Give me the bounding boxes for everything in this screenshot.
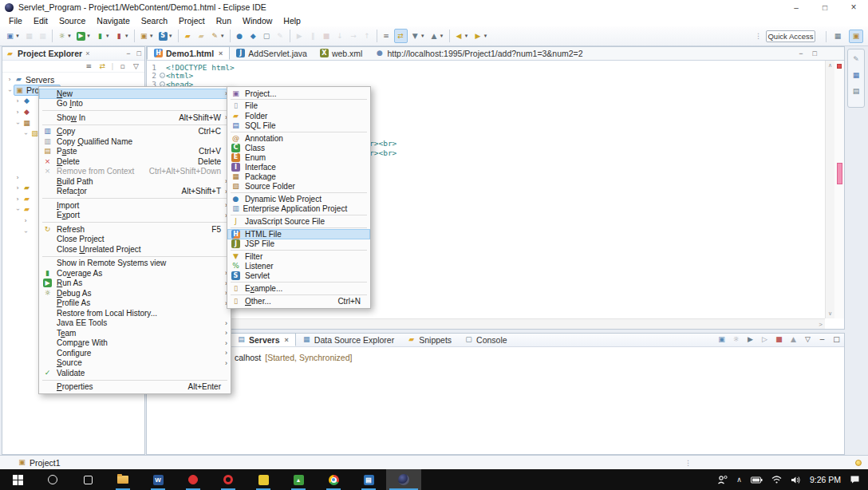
expanded-arrow-icon[interactable]: ›: [6, 86, 14, 94]
pexp-tool-link-with-editor[interactable]: ⇄: [98, 62, 107, 71]
collapsed-arrow-icon[interactable]: ›: [14, 109, 22, 116]
context-menu-item-java-ee-tools[interactable]: Java EE Tools›: [39, 318, 231, 329]
context-menu-item-export[interactable]: Export›: [39, 211, 231, 221]
toolbar-button-back[interactable]: ◀▼: [453, 29, 471, 43]
context-menu-item-configure[interactable]: Configure›: [39, 348, 231, 358]
context-menu-item-import[interactable]: Import›: [39, 200, 231, 211]
quick-access-box[interactable]: Quick Access: [766, 30, 815, 42]
new-submenu-item-html-file[interactable]: HHTML File: [227, 229, 370, 239]
toolbar-button-new-wizard[interactable]: ▣▼: [4, 29, 22, 43]
new-submenu-item-folder[interactable]: ▰Folder: [227, 111, 370, 121]
toolbar-button-link-editor[interactable]: ⇄: [394, 29, 408, 43]
context-menu-item-team[interactable]: Team›: [39, 328, 231, 338]
collapsed-arrow-icon[interactable]: ›: [22, 217, 30, 224]
taskbar-blue-app-icon[interactable]: ▤: [351, 469, 386, 490]
context-menu-item-compare-with[interactable]: Compare With›: [39, 338, 231, 349]
context-menu-item-build-path[interactable]: Build Path›: [39, 176, 231, 187]
new-submenu-item-enum[interactable]: EEnum: [227, 152, 370, 162]
editor-tab-web-xml[interactable]: Xweb.xml: [314, 46, 369, 60]
taskbar-chrome-icon[interactable]: [316, 469, 351, 490]
volume-icon[interactable]: [791, 476, 801, 484]
new-submenu-item-class[interactable]: CClass: [227, 143, 370, 152]
taskbar-red-app-icon[interactable]: [176, 469, 211, 490]
toolbar-button-run[interactable]: ▶▼: [75, 29, 93, 43]
new-submenu-item-listener[interactable]: %Listener: [227, 262, 370, 271]
menubar-item-window[interactable]: Window: [237, 15, 278, 26]
toolbar-button-new-web-project[interactable]: ▣▼: [138, 29, 156, 43]
bottom-tab-servers[interactable]: ▤Servers×: [230, 333, 296, 346]
toolbar-button-debug[interactable]: ☼▼: [56, 29, 73, 43]
pexp-tool-view-menu[interactable]: ▽: [132, 62, 140, 71]
context-menu-item-new[interactable]: New›: [39, 89, 231, 99]
toolbar-button-coverage[interactable]: ▮▼: [94, 29, 112, 43]
new-submenu-item-annotation[interactable]: @Annotation: [227, 133, 370, 143]
new-submenu-item-interface[interactable]: IInterface: [227, 163, 370, 172]
bottom-tool-stop-server[interactable]: ■: [775, 335, 783, 344]
menubar-item-edit[interactable]: Edit: [28, 15, 53, 26]
context-menu-item-coverage-as[interactable]: ▮Coverage As›: [39, 268, 231, 279]
wifi-icon[interactable]: [771, 476, 782, 484]
project-explorer-title[interactable]: Project Explorer: [18, 49, 82, 58]
scroll-right-icon[interactable]: >: [819, 321, 823, 328]
taskbar-opera-icon[interactable]: [211, 469, 246, 490]
error-marker[interactable]: [837, 64, 842, 69]
editor-tab-http-localhost-1995-project1-add-num1-3-num2-2[interactable]: ●http://localhost:1995/Project1/add?num1…: [369, 46, 589, 60]
battery-icon[interactable]: [751, 476, 763, 484]
close-tab-icon[interactable]: ×: [219, 49, 223, 57]
bottom-tab-data-source-explorer[interactable]: ▦Data Source Explorer: [296, 333, 400, 346]
clock[interactable]: 9:26 PM: [810, 475, 841, 484]
scroll-up-icon[interactable]: ∧: [828, 62, 832, 69]
strip-palette-stack[interactable]: ▤: [852, 85, 861, 96]
taskbar-start-icon[interactable]: [0, 469, 35, 490]
toolbar-button-annotations[interactable]: ▼▼: [409, 29, 427, 43]
minimize-view-icon[interactable]: −: [126, 49, 130, 57]
context-menu-item-paste[interactable]: ▤PasteCtrl+V: [39, 147, 231, 157]
perspective-button-open-perspective[interactable]: ▦: [831, 30, 845, 43]
bottom-tab-snippets[interactable]: ▰Snippets: [400, 333, 458, 346]
toolbar-button-open-folder[interactable]: ▰: [182, 29, 194, 43]
context-menu-item-run-as[interactable]: ▶Run As›: [39, 279, 231, 289]
editor-minimize-icon[interactable]: −: [799, 49, 803, 57]
new-submenu-item-package[interactable]: ▦Package: [227, 172, 370, 182]
tree-item-servers[interactable]: ›▰Servers: [2, 74, 144, 85]
toolbar-button-forward[interactable]: ▶▼: [471, 29, 489, 43]
toolbar-button-magic-pencil[interactable]: ✎▼: [209, 29, 227, 43]
expanded-arrow-icon[interactable]: ›: [14, 206, 22, 214]
context-menu-item-validate[interactable]: ✓Validate: [39, 368, 231, 378]
new-submenu-item-source-folder[interactable]: ▧Source Folder: [227, 182, 370, 192]
context-menu-item-delete[interactable]: ×DeleteDelete: [39, 156, 231, 167]
bottom-tool-debug-server[interactable]: ☼: [732, 335, 740, 344]
taskbar-notes-app-icon[interactable]: [246, 469, 281, 490]
context-menu-item-source[interactable]: Source›: [39, 358, 231, 369]
menubar-item-project[interactable]: Project: [173, 15, 211, 26]
bottom-tool-maximize-view[interactable]: □: [832, 335, 841, 344]
context-menu-item-refactor[interactable]: RefactorAlt+Shift+T›: [39, 187, 231, 197]
context-menu-item-copy-qualified-name[interactable]: ▥Copy Qualified Name: [39, 136, 231, 147]
strip-palette-outline[interactable]: ▦: [852, 69, 861, 80]
new-submenu-item-sql-file[interactable]: ▤SQL File: [227, 121, 370, 130]
bottom-tool-profile-server[interactable]: ▷: [760, 335, 769, 344]
hidden-icons-chevron-icon[interactable]: ∧: [736, 476, 742, 484]
taskbar-word-icon[interactable]: W: [140, 469, 176, 490]
menubar-item-source[interactable]: Source: [53, 15, 91, 26]
new-submenu-item-javascript-source-file[interactable]: JJavaScript Source File: [227, 217, 370, 227]
new-submenu-item-enterprise-application-project[interactable]: ▥Enterprise Application Project: [227, 204, 370, 214]
occurrence-marker[interactable]: [837, 163, 842, 184]
scroll-down-icon[interactable]: ∨: [828, 310, 832, 317]
bottom-tool-start-server[interactable]: ▶: [746, 335, 755, 344]
new-submenu-item-other[interactable]: ▯Other...Ctrl+N: [227, 296, 370, 306]
taskbar-green-app-icon[interactable]: ▲: [281, 469, 316, 490]
collapsed-arrow-icon[interactable]: ›: [14, 196, 22, 203]
context-menu-item-go-into[interactable]: Go Into: [39, 99, 231, 109]
toolbar-button-profile[interactable]: ▮▼: [113, 29, 131, 43]
toolbar-button-web-browser[interactable]: ●: [234, 29, 246, 43]
menubar-item-file[interactable]: File: [3, 15, 28, 26]
editor-maximize-icon[interactable]: □: [813, 49, 817, 57]
taskbar-eclipse-icon[interactable]: [386, 469, 421, 490]
fold-marker-icon[interactable]: −: [158, 73, 166, 78]
pexp-tool-focus[interactable]: ▫: [118, 62, 127, 71]
strip-palette-pencil[interactable]: ✎: [852, 53, 861, 64]
editor-vertical-scrollbar[interactable]: ∧ ∨: [825, 61, 834, 318]
bottom-tool-minimize-view[interactable]: −: [818, 335, 827, 344]
new-submenu-item-jsp-file[interactable]: JJSP File: [227, 239, 370, 249]
